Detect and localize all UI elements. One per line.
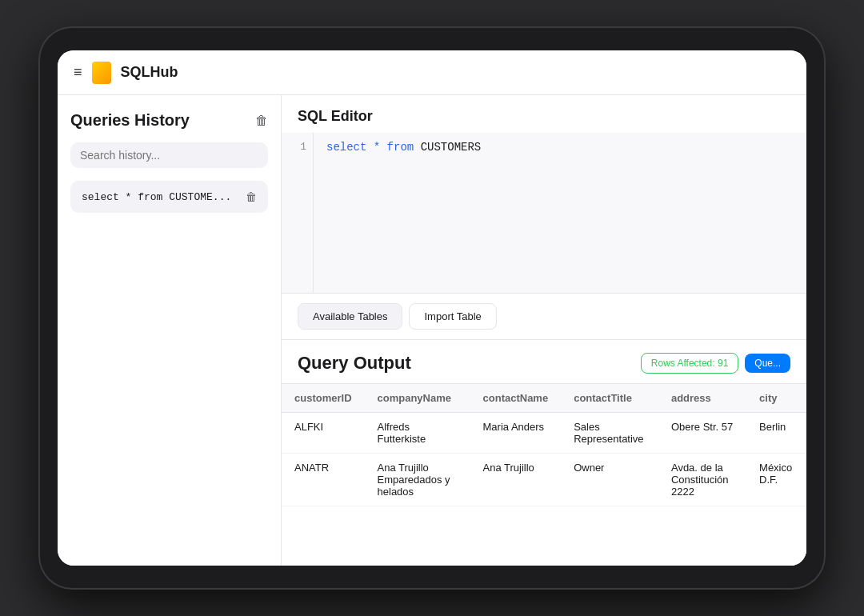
tab-available-tables[interactable]: Available Tables [298, 303, 402, 330]
sidebar-header: Queries History 🗑 [70, 111, 268, 130]
app-title: SQLHub [121, 64, 178, 81]
cell-customerid: ALFKI [282, 413, 365, 454]
cell-address: Obere Str. 57 [658, 413, 746, 454]
col-contactname: contactName [470, 384, 562, 413]
cell-contactname: Ana Trujillo [470, 454, 562, 506]
main-layout: Queries History 🗑 select * from CUSTOME.… [58, 95, 806, 566]
editor-content[interactable]: select * from CUSTOMERS [314, 133, 806, 293]
rows-affected-badge: Rows Affected: 91 [641, 353, 739, 374]
editor-area[interactable]: 1 select * from CUSTOMERS [282, 133, 806, 293]
col-customerid: customerID [282, 384, 365, 413]
cell-contacttitle: Sales Representative [561, 413, 658, 454]
cell-address: Avda. de la Constitución 2222 [658, 454, 746, 506]
history-item[interactable]: select * from CUSTOME... 🗑 [70, 181, 268, 213]
query-badge: Que... [745, 354, 790, 373]
delete-all-history-button[interactable]: 🗑 [255, 114, 268, 128]
output-header: Query Output Rows Affected: 91 Que... [282, 340, 806, 384]
table-header: customerID companyName contactName conta… [282, 384, 806, 413]
sql-keyword: select * from [326, 141, 414, 154]
sql-editor-section: SQL Editor 1 select * from CUSTOMERS [282, 95, 806, 294]
cell-customerid: ANATR [282, 454, 365, 506]
col-contacttitle: contactTitle [561, 384, 658, 413]
table-row: ALFKI Alfreds Futterkiste Maria Anders S… [282, 413, 806, 454]
top-bar: ≡ SQLHub [58, 50, 806, 95]
tabs-bar: Available Tables Import Table [282, 294, 806, 340]
cell-contacttitle: Owner [561, 454, 658, 506]
table-row: ANATR Ana Trujillo Emparedados y helados… [282, 454, 806, 506]
sql-table-name: CUSTOMERS [421, 141, 482, 154]
delete-history-item-button[interactable]: 🗑 [246, 190, 257, 203]
cell-contactname: Maria Anders [470, 413, 562, 454]
sidebar-title: Queries History [70, 111, 190, 130]
query-output-section: Query Output Rows Affected: 91 Que... cu… [282, 340, 806, 566]
table-body: ALFKI Alfreds Futterkiste Maria Anders S… [282, 413, 806, 506]
sidebar: Queries History 🗑 select * from CUSTOME.… [58, 95, 282, 566]
col-city: city [746, 384, 806, 413]
col-companyname: companyName [365, 384, 470, 413]
tab-import-table[interactable]: Import Table [409, 303, 496, 330]
sql-editor-title: SQL Editor [282, 95, 806, 133]
output-badges: Rows Affected: 91 Que... [641, 353, 790, 374]
cell-companyname: Alfreds Futterkiste [365, 413, 470, 454]
content-area: SQL Editor 1 select * from CUSTOMERS Ava… [282, 95, 806, 566]
hamburger-icon[interactable]: ≡ [74, 64, 82, 81]
cell-companyname: Ana Trujillo Emparedados y helados [365, 454, 470, 506]
history-item-text: select * from CUSTOME... [82, 191, 231, 203]
cell-city: Berlin [746, 413, 806, 454]
results-table: customerID companyName contactName conta… [282, 384, 806, 506]
cell-city: México D.F. [746, 454, 806, 506]
app-logo [92, 62, 111, 84]
output-title: Query Output [298, 353, 411, 374]
col-address: address [658, 384, 746, 413]
line-numbers: 1 [282, 133, 314, 293]
search-history-input[interactable] [70, 142, 268, 168]
